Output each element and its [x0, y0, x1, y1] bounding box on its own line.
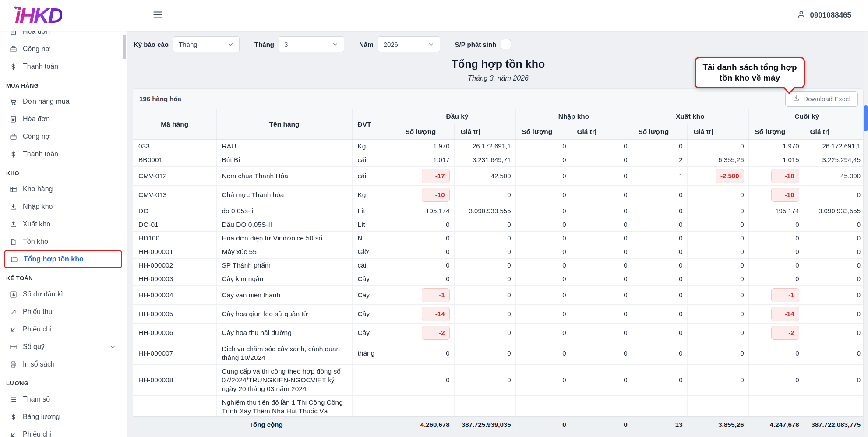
- cell-value: 0: [632, 232, 687, 245]
- menu-toggle-button[interactable]: [152, 9, 163, 22]
- main-scrollbar-thumb[interactable]: [864, 105, 868, 131]
- cell-value: 0: [515, 365, 571, 396]
- app-logo[interactable]: ✦ iHKD: [0, 5, 127, 26]
- sp-phat-sinh-checkbox[interactable]: [501, 39, 511, 49]
- cell-value: 0: [687, 286, 748, 305]
- sidebar-item-label: Thanh toán: [23, 150, 58, 158]
- sidebar-item-label: Phiếu chi: [23, 430, 52, 437]
- wallet-icon: [10, 343, 17, 351]
- sidebar-item[interactable]: Tổng hợp tồn kho: [4, 250, 122, 268]
- arrow-down-left-icon: [10, 326, 17, 333]
- total-value: 4.260,678: [399, 417, 454, 433]
- cell-value: 0: [804, 218, 863, 232]
- cell-value: 0: [687, 365, 748, 396]
- col-header-gia-tri: Giá trị: [571, 124, 632, 140]
- cell-value: 0: [632, 204, 687, 218]
- cell-value: 0: [687, 232, 748, 245]
- cell-name: Máy xúc 55: [216, 245, 352, 259]
- year-label: Năm: [359, 41, 374, 48]
- cell-value: 1: [632, 167, 687, 186]
- col-header-dvt: ĐVT: [352, 109, 399, 140]
- cell-value: -1: [399, 286, 454, 305]
- sidebar-item[interactable]: Phiếu chi: [4, 321, 122, 338]
- callout-text: Tải danh sách tổng hợp tồn kho về máy: [702, 63, 797, 82]
- sidebar-item[interactable]: Kho hàng: [4, 180, 122, 198]
- user-account[interactable]: 0901088465: [797, 10, 851, 21]
- cell-value: 0: [399, 232, 454, 245]
- cell-code: HH-000008: [133, 365, 216, 396]
- cell-unit: [352, 396, 399, 417]
- sidebar-item[interactable]: Thanh toán: [4, 145, 122, 163]
- download-excel-button[interactable]: Download Excel: [785, 91, 858, 107]
- sidebar-item-label: Nhập kho: [23, 203, 53, 211]
- negative-badge: -14: [422, 307, 450, 321]
- col-header-gia-tri: Giá trị: [687, 124, 748, 140]
- sidebar-item[interactable]: Tham số: [4, 391, 122, 408]
- sidebar-item-label: Đơn hàng mua: [23, 98, 70, 106]
- table-row: CMV-012Nem chua Thanh Hóacái-1742.500001…: [133, 167, 863, 186]
- sidebar-item[interactable]: Phiếu thu: [4, 303, 122, 321]
- col-header-so-luong: Số lượng: [399, 124, 454, 140]
- cell-value: 0: [687, 342, 748, 365]
- sidebar-item-label: Xuất kho: [23, 220, 50, 228]
- table-row: HH-000006Cây hoa thu hải đườngCây-200000…: [133, 324, 863, 342]
- col-header-so-luong: Số lượng: [632, 124, 687, 140]
- dollar-icon: [10, 151, 17, 158]
- sidebar-item[interactable]: Công nợ: [4, 40, 122, 58]
- cell-unit: cái: [352, 167, 399, 186]
- invoice-icon: [10, 116, 17, 123]
- cell-value: [454, 396, 515, 417]
- cell-value: 0: [571, 324, 632, 342]
- sidebar-item[interactable]: In sổ sách: [4, 356, 122, 373]
- dollar-icon: [10, 413, 17, 421]
- cell-value: 0: [804, 186, 863, 204]
- table-row: Nghiệm thu tiến độ lần 1 Thi Công Công T…: [133, 396, 863, 417]
- sidebar-item[interactable]: Số dư đầu kì: [4, 285, 122, 303]
- sidebar-scrollbar[interactable]: [123, 35, 126, 59]
- item-count: 196 hàng hóa: [139, 95, 181, 102]
- cell-value: 0: [632, 272, 687, 286]
- cell-value: -10: [748, 186, 804, 204]
- cell-value: 0: [804, 286, 863, 305]
- sidebar-item[interactable]: Phiếu chi: [4, 426, 122, 437]
- cell-value: 0: [571, 204, 632, 218]
- cell-value: 0: [687, 272, 748, 286]
- sidebar-item[interactable]: Bảng lương: [4, 408, 122, 426]
- cell-value: 0: [687, 259, 748, 272]
- sidebar-item-label: Thanh toán: [23, 63, 58, 70]
- sidebar-item[interactable]: Thanh toán: [4, 58, 122, 75]
- table-scroll-area[interactable]: Mã hàng Tên hàng ĐVT Đầu kỳ Nhập kho Xuấ…: [133, 109, 863, 416]
- cell-code: [133, 396, 216, 417]
- cell-name: Cây kim ngân: [216, 272, 352, 286]
- sidebar-item[interactable]: Sổ quỹ: [4, 338, 122, 356]
- cell-code: HH-000001: [133, 245, 216, 259]
- year-select[interactable]: 2026: [378, 36, 440, 52]
- month-select[interactable]: 3: [279, 36, 344, 52]
- cell-value: 0: [632, 218, 687, 232]
- cell-name: Bút Bi: [216, 153, 352, 167]
- cell-value: 195,174: [399, 204, 454, 218]
- sidebar-item[interactable]: Công nợ: [4, 128, 122, 145]
- sidebar-item[interactable]: Tồn kho: [4, 233, 122, 250]
- sidebar-item[interactable]: Hóa đơn: [4, 110, 122, 128]
- cell-name: Nghiệm thu tiến độ lần 1 Thi Công Công T…: [216, 396, 352, 417]
- report-period-select[interactable]: Tháng: [173, 36, 240, 52]
- arrow-up-right-icon: [10, 308, 17, 316]
- cell-value: 0: [687, 186, 748, 204]
- main-scrollbar[interactable]: [864, 31, 868, 437]
- cell-name: Dầu DO 0,05S-II: [216, 218, 352, 232]
- sidebar-section-header: KẾ TOÁN: [4, 268, 122, 285]
- cell-value: 0: [399, 342, 454, 365]
- sidebar-item-label: Công nợ: [23, 45, 50, 53]
- table-toolbar: 196 hàng hóa Download Excel: [133, 89, 863, 109]
- sidebar-item[interactable]: Nhập kho: [4, 198, 122, 215]
- cell-unit: Cây: [352, 272, 399, 286]
- table-row: CMV-013Chả mực Thanh hóaKg-1000000-100: [133, 186, 863, 204]
- cell-value: 0: [515, 204, 571, 218]
- sidebar-item[interactable]: Đơn hàng mua: [4, 93, 122, 110]
- cell-value: 1.970: [399, 140, 454, 153]
- sidebar-item[interactable]: Hóa đơn: [4, 31, 122, 40]
- sidebar-item-label: Công nợ: [23, 133, 50, 141]
- sidebar-item[interactable]: Xuất kho: [4, 215, 122, 233]
- cell-value: 0: [399, 259, 454, 272]
